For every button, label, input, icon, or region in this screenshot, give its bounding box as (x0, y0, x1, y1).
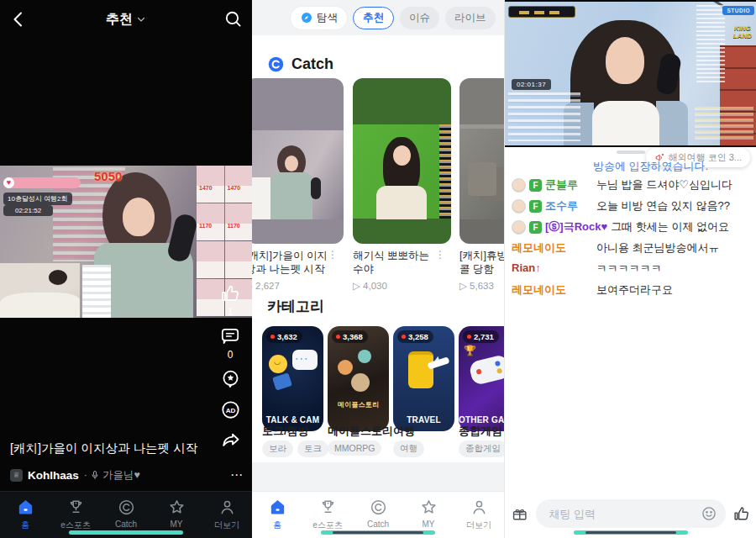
nav-home[interactable]: 홈 (3, 498, 47, 531)
nav-more[interactable]: 더보기 (205, 498, 249, 531)
system-message: 방송에 입장하였습니다. (593, 159, 708, 174)
chat-input[interactable] (536, 499, 726, 528)
category-card-talk[interactable]: 3,632 TALK & CAM (262, 326, 323, 431)
more-options-button[interactable]: ⋯ (230, 467, 244, 483)
chat-message[interactable]: 레모네이도 아니용 최군님방송에서ㅠ (505, 240, 756, 256)
catch-video-card[interactable] (459, 78, 504, 244)
catch-video-card[interactable] (353, 78, 451, 244)
nav-more[interactable]: 더보기 (457, 498, 501, 531)
streamer-face (123, 198, 155, 236)
like-button[interactable] (732, 504, 751, 524)
nav-my[interactable]: MY (407, 498, 450, 529)
category-card-maplestory[interactable]: 3,368 메이플스토리 (328, 326, 389, 431)
tag-pill[interactable]: 보라 (262, 440, 293, 457)
chat-text: 누님 밥을 드셔야♡심입니다 (593, 177, 749, 193)
stream-chat-overlay (508, 92, 580, 141)
chat-username[interactable]: 조수루 (545, 198, 578, 214)
star-balloon-button[interactable] (219, 368, 242, 391)
chat-message[interactable]: F 조수루 오늘 비방 연습 있지 않음?? (505, 198, 756, 214)
live-video-player[interactable]: STUDIO KING LAND 02:01:37 (505, 0, 756, 147)
chat-username[interactable]: 레모네이도 (512, 282, 566, 298)
nav-catch[interactable]: Catch (356, 498, 400, 529)
chat-username[interactable]: 쿤블루 (545, 177, 578, 193)
tag-pill[interactable]: 토크 (297, 440, 328, 457)
category-card-games[interactable]: 🏆 2,731 OTHER GAMES (459, 326, 504, 431)
suitcase-art (408, 351, 433, 388)
tab-label: 이슈 (409, 11, 430, 25)
star-balloon-icon (219, 368, 242, 391)
gift-button[interactable] (511, 504, 529, 524)
smiley-art (269, 355, 287, 373)
category-card-travel[interactable]: 3,258 TRAVEL (393, 326, 454, 431)
back-button[interactable] (8, 9, 29, 29)
separator: · (84, 469, 87, 481)
tab-explore[interactable]: 탐색 (291, 7, 347, 29)
chat-input-wrap (536, 499, 726, 528)
tab-live[interactable]: 라이브 (445, 7, 496, 29)
chat-username[interactable]: Rian↑ (512, 261, 541, 274)
comment-count: 0 (228, 349, 234, 361)
stream-chat-overlay (439, 124, 451, 219)
chat-user: F 조수루 (512, 198, 593, 214)
chat-username[interactable]: [ⓢ]극Rock♥ (545, 219, 607, 235)
streamer-body (376, 186, 427, 219)
category-label[interactable]: 토크/캠방 (262, 424, 309, 439)
tag-pill[interactable]: 여행 (393, 440, 424, 457)
ad-icon: AD (219, 398, 242, 421)
catch-video-card[interactable] (252, 78, 344, 244)
ad-button[interactable]: AD (219, 398, 242, 421)
comment-button[interactable]: 0 (219, 325, 241, 361)
chat-bubble-art (292, 350, 318, 370)
sleeping-person (49, 270, 67, 285)
nav-home[interactable]: 홈 (255, 498, 299, 531)
drag-handle[interactable] (617, 150, 645, 154)
search-button[interactable] (223, 8, 244, 29)
nav-label: 홈 (21, 520, 29, 531)
nav-esports[interactable]: e스포츠 (54, 498, 97, 531)
mission-badge: 10층달성시 여행2회 (3, 193, 72, 205)
like-button[interactable]: 1 (219, 282, 241, 318)
donation-ticker-overlay (696, 5, 725, 82)
tab-label: 라이브 (454, 11, 486, 25)
trophy-icon (318, 498, 338, 517)
thumbs-up-icon (219, 282, 241, 304)
chat-username[interactable]: 레모네이도 (512, 240, 566, 256)
avatar (512, 178, 526, 193)
tag-pill[interactable]: 종합게임 (459, 440, 504, 457)
nav-label: e스포츠 (60, 520, 91, 531)
search-icon (223, 8, 244, 29)
category-label[interactable]: 여행 (393, 424, 415, 439)
viewer-count-badge: 3,258 (397, 330, 433, 343)
section-divider-block (252, 462, 504, 491)
screenshot-root: 추천 ♥ 10층달성시 여행2회 02:21:52 5050 1470 1470… (0, 0, 756, 538)
emoji-button[interactable] (701, 505, 717, 522)
tab-issue[interactable]: 이슈 (400, 7, 439, 29)
nav-my[interactable]: MY (155, 498, 198, 529)
nav-esports[interactable]: e스포츠 (306, 498, 349, 531)
home-icon (268, 498, 287, 517)
chat-message[interactable]: 레모네이도 보여주더라구요 (505, 282, 756, 298)
chat-text: ㅋㅋㅋㅋㅋㅋ (593, 261, 749, 277)
tab-recommended[interactable]: 추천 (353, 7, 394, 29)
more-options-button[interactable]: ⋮ (435, 249, 445, 261)
fan-badge-icon: F (529, 179, 542, 192)
share-button[interactable] (219, 429, 242, 451)
feed-mode-selector[interactable]: 추천 (106, 11, 146, 29)
live-dot-icon (467, 335, 471, 339)
chat-message[interactable]: Rian↑ ㅋㅋㅋㅋㅋㅋ (505, 261, 756, 277)
brand-logo: KING LAND (733, 25, 752, 40)
more-options-button[interactable]: ⋮ (328, 249, 338, 261)
catch-icon (117, 498, 136, 517)
category-label[interactable]: 종합게임 (459, 424, 502, 439)
category-label[interactable]: 메이플스토리 (328, 424, 393, 439)
chat-message[interactable]: F [ⓢ]극Rock♥ 그때 핫세는 이제 없어요 (505, 219, 756, 235)
nav-catch[interactable]: Catch (104, 498, 148, 529)
share-icon (219, 429, 242, 451)
tag-pill[interactable]: MMORPG (328, 440, 381, 456)
channel-row[interactable]: ♕ Kohlhaas · 가을님♥ ⋯ (10, 467, 244, 483)
avatar (512, 220, 526, 235)
chat-message[interactable]: F 쿤블루 누님 밥을 드셔야♡심입니다 (505, 177, 756, 193)
catch-caption: 해기식 뽀뽀하는 수야 ▷ 4,030 ⋮ (353, 249, 447, 292)
chat-user: 레모네이도 (512, 282, 593, 298)
category-tags: 종합게임 (459, 440, 504, 457)
